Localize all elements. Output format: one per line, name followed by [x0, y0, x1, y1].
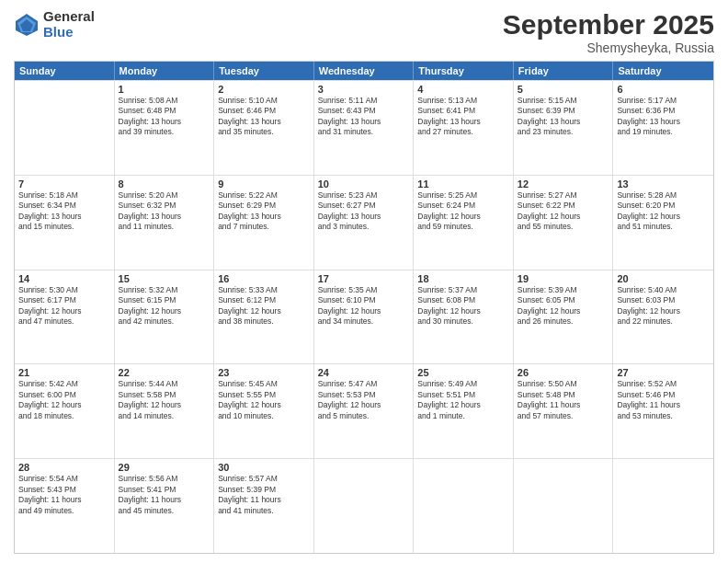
calendar-cell: 19Sunrise: 5:39 AM Sunset: 6:05 PM Dayli… — [514, 270, 614, 364]
calendar-cell: 22Sunrise: 5:44 AM Sunset: 5:58 PM Dayli… — [115, 364, 215, 458]
cell-day-number: 22 — [119, 367, 210, 378]
calendar-cell — [414, 459, 514, 553]
calendar-cell: 21Sunrise: 5:42 AM Sunset: 6:00 PM Dayli… — [15, 364, 115, 458]
calendar-header: SundayMondayTuesdayWednesdayThursdayFrid… — [15, 62, 713, 80]
cell-day-number: 9 — [218, 178, 310, 190]
calendar-row: 21Sunrise: 5:42 AM Sunset: 6:00 PM Dayli… — [15, 363, 713, 458]
calendar-cell: 9Sunrise: 5:22 AM Sunset: 6:29 PM Daylig… — [214, 176, 314, 270]
calendar-cell: 17Sunrise: 5:35 AM Sunset: 6:10 PM Dayli… — [314, 270, 415, 364]
calendar-cell: 5Sunrise: 5:15 AM Sunset: 6:39 PM Daylig… — [514, 81, 614, 175]
calendar-cell: 12Sunrise: 5:27 AM Sunset: 6:22 PM Dayli… — [514, 176, 614, 270]
calendar-cell: 1Sunrise: 5:08 AM Sunset: 6:48 PM Daylig… — [115, 81, 215, 175]
cell-info: Sunrise: 5:22 AM Sunset: 6:29 PM Dayligh… — [218, 190, 310, 233]
calendar-cell: 8Sunrise: 5:20 AM Sunset: 6:32 PM Daylig… — [115, 176, 215, 270]
weekday-header: Friday — [514, 62, 614, 80]
calendar-row: 14Sunrise: 5:30 AM Sunset: 6:17 PM Dayli… — [15, 270, 713, 364]
cell-day-number: 21 — [18, 367, 110, 378]
cell-day-number: 27 — [617, 367, 710, 378]
calendar-cell: 10Sunrise: 5:23 AM Sunset: 6:27 PM Dayli… — [314, 176, 415, 270]
weekday-header: Sunday — [15, 62, 115, 80]
calendar-cell: 28Sunrise: 5:54 AM Sunset: 5:43 PM Dayli… — [15, 459, 115, 553]
cell-info: Sunrise: 5:50 AM Sunset: 5:48 PM Dayligh… — [518, 379, 609, 421]
logo-text: General Blue — [43, 9, 95, 40]
cell-day-number: 24 — [318, 367, 410, 378]
location: Shemysheyka, Russia — [503, 40, 714, 55]
cell-day-number: 30 — [218, 462, 310, 473]
cell-day-number: 17 — [318, 273, 410, 284]
cell-day-number: 11 — [417, 178, 509, 190]
cell-info: Sunrise: 5:37 AM Sunset: 6:08 PM Dayligh… — [417, 285, 509, 327]
calendar-cell: 30Sunrise: 5:57 AM Sunset: 5:39 PM Dayli… — [214, 459, 314, 553]
cell-day-number: 5 — [518, 84, 609, 95]
cell-info: Sunrise: 5:42 AM Sunset: 6:00 PM Dayligh… — [18, 379, 110, 421]
cell-info: Sunrise: 5:33 AM Sunset: 6:12 PM Dayligh… — [218, 285, 310, 327]
calendar-cell: 25Sunrise: 5:49 AM Sunset: 5:51 PM Dayli… — [414, 364, 514, 458]
calendar-cell — [613, 459, 713, 553]
cell-info: Sunrise: 5:52 AM Sunset: 5:46 PM Dayligh… — [617, 379, 710, 421]
cell-day-number: 3 — [318, 84, 410, 95]
header: General Blue September 2025 Shemysheyka,… — [14, 9, 714, 55]
cell-info: Sunrise: 5:20 AM Sunset: 6:32 PM Dayligh… — [119, 190, 210, 233]
cell-info: Sunrise: 5:17 AM Sunset: 6:36 PM Dayligh… — [617, 96, 710, 138]
cell-day-number: 12 — [518, 178, 609, 190]
cell-day-number: 10 — [318, 178, 410, 190]
logo-general: General — [43, 9, 95, 25]
calendar-cell: 27Sunrise: 5:52 AM Sunset: 5:46 PM Dayli… — [613, 364, 713, 458]
cell-info: Sunrise: 5:25 AM Sunset: 6:24 PM Dayligh… — [417, 190, 509, 233]
cell-day-number: 19 — [518, 273, 609, 284]
calendar-cell: 3Sunrise: 5:11 AM Sunset: 6:43 PM Daylig… — [314, 81, 415, 175]
calendar-row: 28Sunrise: 5:54 AM Sunset: 5:43 PM Dayli… — [15, 458, 713, 553]
calendar-cell — [514, 459, 614, 553]
calendar-cell: 24Sunrise: 5:47 AM Sunset: 5:53 PM Dayli… — [314, 364, 415, 458]
cell-day-number: 8 — [119, 178, 210, 190]
calendar-row: 7Sunrise: 5:18 AM Sunset: 6:34 PM Daylig… — [15, 175, 713, 270]
page: General Blue September 2025 Shemysheyka,… — [0, 0, 728, 563]
cell-info: Sunrise: 5:56 AM Sunset: 5:41 PM Dayligh… — [119, 474, 210, 516]
cell-day-number: 23 — [218, 367, 310, 378]
calendar-body: 1Sunrise: 5:08 AM Sunset: 6:48 PM Daylig… — [15, 80, 713, 553]
calendar-cell: 13Sunrise: 5:28 AM Sunset: 6:20 PM Dayli… — [613, 176, 713, 270]
cell-info: Sunrise: 5:44 AM Sunset: 5:58 PM Dayligh… — [119, 379, 210, 421]
cell-day-number: 4 — [417, 84, 509, 95]
calendar-cell: 2Sunrise: 5:10 AM Sunset: 6:46 PM Daylig… — [214, 81, 314, 175]
cell-info: Sunrise: 5:11 AM Sunset: 6:43 PM Dayligh… — [318, 96, 410, 138]
cell-day-number: 26 — [518, 367, 609, 378]
cell-day-number: 28 — [18, 462, 110, 473]
title-block: September 2025 Shemysheyka, Russia — [503, 9, 714, 55]
cell-info: Sunrise: 5:08 AM Sunset: 6:48 PM Dayligh… — [119, 96, 210, 138]
calendar-cell: 6Sunrise: 5:17 AM Sunset: 6:36 PM Daylig… — [613, 81, 713, 175]
calendar-cell — [15, 81, 115, 175]
calendar-cell: 26Sunrise: 5:50 AM Sunset: 5:48 PM Dayli… — [514, 364, 614, 458]
cell-day-number: 14 — [18, 273, 110, 284]
calendar-cell: 15Sunrise: 5:32 AM Sunset: 6:15 PM Dayli… — [115, 270, 215, 364]
calendar-cell: 23Sunrise: 5:45 AM Sunset: 5:55 PM Dayli… — [214, 364, 314, 458]
cell-info: Sunrise: 5:57 AM Sunset: 5:39 PM Dayligh… — [218, 474, 310, 516]
cell-info: Sunrise: 5:45 AM Sunset: 5:55 PM Dayligh… — [218, 379, 310, 421]
calendar: SundayMondayTuesdayWednesdayThursdayFrid… — [14, 61, 714, 554]
cell-day-number: 13 — [617, 178, 710, 190]
cell-info: Sunrise: 5:54 AM Sunset: 5:43 PM Dayligh… — [18, 474, 110, 516]
cell-day-number: 15 — [119, 273, 210, 284]
cell-day-number: 16 — [218, 273, 310, 284]
cell-day-number: 29 — [119, 462, 210, 473]
month-title: September 2025 — [503, 9, 714, 40]
cell-day-number: 1 — [119, 84, 210, 95]
calendar-cell — [314, 459, 415, 553]
calendar-cell: 4Sunrise: 5:13 AM Sunset: 6:41 PM Daylig… — [414, 81, 514, 175]
calendar-cell: 20Sunrise: 5:40 AM Sunset: 6:03 PM Dayli… — [613, 270, 713, 364]
cell-day-number: 25 — [417, 367, 509, 378]
weekday-header: Monday — [115, 62, 215, 80]
weekday-header: Tuesday — [214, 62, 314, 80]
calendar-cell: 7Sunrise: 5:18 AM Sunset: 6:34 PM Daylig… — [15, 176, 115, 270]
cell-info: Sunrise: 5:47 AM Sunset: 5:53 PM Dayligh… — [318, 379, 410, 421]
cell-day-number: 6 — [617, 84, 710, 95]
cell-day-number: 2 — [218, 84, 310, 95]
cell-info: Sunrise: 5:30 AM Sunset: 6:17 PM Dayligh… — [18, 285, 110, 327]
cell-info: Sunrise: 5:18 AM Sunset: 6:34 PM Dayligh… — [18, 190, 110, 233]
cell-info: Sunrise: 5:35 AM Sunset: 6:10 PM Dayligh… — [318, 285, 410, 327]
logo-icon — [14, 12, 40, 38]
calendar-row: 1Sunrise: 5:08 AM Sunset: 6:48 PM Daylig… — [15, 80, 713, 175]
cell-info: Sunrise: 5:39 AM Sunset: 6:05 PM Dayligh… — [518, 285, 609, 327]
calendar-cell: 18Sunrise: 5:37 AM Sunset: 6:08 PM Dayli… — [414, 270, 514, 364]
logo: General Blue — [14, 9, 95, 40]
